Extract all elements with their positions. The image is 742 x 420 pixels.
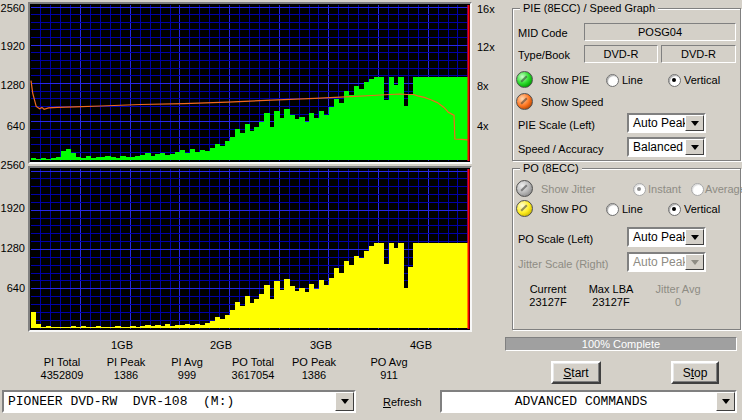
advanced-commands-value: ADVANCED COMMANDS (442, 394, 716, 409)
pie-line-radio[interactable] (606, 74, 619, 87)
jitter-average-radio (691, 183, 704, 196)
po-graph (30, 168, 470, 330)
jitter-scale-label: Jitter Scale (Right) (518, 258, 608, 270)
jitter-avg-label: Jitter Avg (648, 283, 708, 296)
chevron-down-icon (691, 235, 699, 240)
jitter-instant-label: Instant (648, 183, 681, 195)
pie-y-tick: 1920 (0, 40, 25, 53)
refresh-button[interactable]: Refresh (383, 396, 422, 408)
po-scale-dropdown-button[interactable] (685, 229, 704, 245)
pie-y-tick: 2560 (0, 2, 25, 15)
speed-y-tick: 4x (477, 120, 503, 133)
stop-button[interactable]: Stop (671, 361, 719, 384)
chevron-down-icon (691, 121, 699, 126)
mid-code-label: MID Code (518, 27, 568, 39)
max-lba: Max LBA 23127F (581, 283, 641, 309)
show-jitter-led (516, 180, 533, 197)
chevron-down-icon (722, 399, 730, 404)
po-vertical-label: Vertical (684, 203, 720, 215)
x-axis-label: 3GB (301, 339, 341, 351)
pie-scale-dropdown-button[interactable] (685, 115, 704, 131)
pie-y-tick: 640 (0, 120, 25, 133)
type-field: DVD-R (584, 45, 658, 63)
stat-cell: PO Avg911 (344, 356, 434, 382)
stat-label: PO Avg (344, 356, 434, 369)
refresh-text: efresh (391, 396, 422, 408)
show-pie-label: Show PIE (541, 74, 589, 86)
pie-scale-value: Auto Peak (629, 116, 685, 130)
pie-line-label: Line (622, 74, 643, 86)
pie-groupbox-title: PIE (8ECC) / Speed Graph (520, 2, 658, 14)
jitter-average-label: Average (705, 183, 742, 195)
show-jitter-label: Show Jitter (541, 183, 595, 195)
type-book-label: Type/Book (518, 49, 570, 61)
advanced-commands-dropdown-button[interactable] (716, 392, 735, 411)
x-axis-label: 2GB (201, 339, 241, 351)
po-line-label: Line (622, 203, 643, 215)
jitter-scale-value: Auto Peak (629, 255, 685, 269)
po-line-radio[interactable] (606, 203, 619, 216)
po-y-tick: 1280 (0, 242, 25, 255)
jitter-scale-combo: Auto Peak (627, 252, 706, 272)
drive-dropdown-button[interactable] (335, 392, 354, 411)
chevron-down-icon (691, 260, 699, 265)
current-label: Current (518, 283, 578, 296)
speed-y-tick: 8x (477, 80, 503, 93)
start-button[interactable]: Start (551, 361, 601, 384)
speed-y-tick: 12x (477, 41, 503, 54)
pie-scale-combo[interactable]: Auto Peak (627, 113, 706, 133)
current-lba: Current 23127F (518, 283, 578, 309)
stop-button-text: S (683, 366, 691, 380)
mid-code-field: POSG04 (584, 23, 736, 41)
pie-speed-graph (30, 4, 470, 162)
progress-bar: 100% Complete (505, 337, 737, 351)
po-scale-label: PO Scale (Left) (518, 233, 593, 245)
po-y-tick: 640 (0, 282, 25, 295)
current-value: 23127F (518, 296, 578, 309)
po-y-tick: 2560 (0, 159, 25, 172)
show-po-led[interactable] (516, 200, 533, 217)
drive-name: PIONEER DVD-RW DVR-108 (M:) (4, 394, 335, 409)
po-scale-combo[interactable]: Auto Peak (627, 227, 706, 247)
max-lba-label: Max LBA (581, 283, 641, 296)
jitter-avg-value: 0 (648, 296, 708, 309)
x-axis-label: 4GB (401, 339, 441, 351)
show-po-label: Show PO (541, 203, 587, 215)
jitter-instant-radio (633, 183, 646, 196)
pie-scale-label: PIE Scale (Left) (518, 119, 595, 131)
chevron-down-icon (341, 399, 349, 404)
po-y-tick: 1920 (0, 202, 25, 215)
pie-vertical-radio[interactable] (668, 74, 681, 87)
book-field: DVD-R (661, 45, 736, 63)
speed-accuracy-label: Speed / Accuracy (518, 143, 604, 155)
x-axis-label: 1GB (102, 339, 142, 351)
app-window: { "colors":{"panel":"#d4d0c8","chart_bg"… (0, 0, 742, 420)
po-groupbox-title: PO (8ECC) (520, 162, 582, 174)
start-button-text: tart (571, 366, 588, 380)
advanced-commands-combo[interactable]: ADVANCED COMMANDS (440, 390, 737, 413)
pie-chart-box (28, 2, 472, 164)
po-chart-box (28, 166, 472, 332)
stat-value: 911 (344, 369, 434, 382)
chevron-down-icon (691, 145, 699, 150)
speed-y-tick: 16x (477, 3, 503, 16)
pie-vertical-label: Vertical (684, 74, 720, 86)
jitter-avg: Jitter Avg 0 (648, 283, 708, 309)
show-speed-led[interactable] (516, 93, 533, 110)
stop-button-text: op (694, 366, 707, 380)
speed-accuracy-combo[interactable]: Balanced (627, 137, 706, 157)
jitter-scale-dropdown-button (685, 254, 704, 270)
pie-y-tick: 1280 (0, 79, 25, 92)
max-lba-value: 23127F (581, 296, 641, 309)
drive-select-combo[interactable]: PIONEER DVD-RW DVR-108 (M:) (2, 390, 356, 413)
show-speed-label: Show Speed (541, 96, 603, 108)
refresh-mnemonic: R (383, 396, 391, 408)
po-scale-value: Auto Peak (629, 230, 685, 244)
speed-accuracy-value: Balanced (629, 140, 685, 154)
po-vertical-radio[interactable] (668, 203, 681, 216)
speed-accuracy-dropdown-button[interactable] (685, 139, 704, 155)
show-pie-led[interactable] (516, 71, 533, 88)
